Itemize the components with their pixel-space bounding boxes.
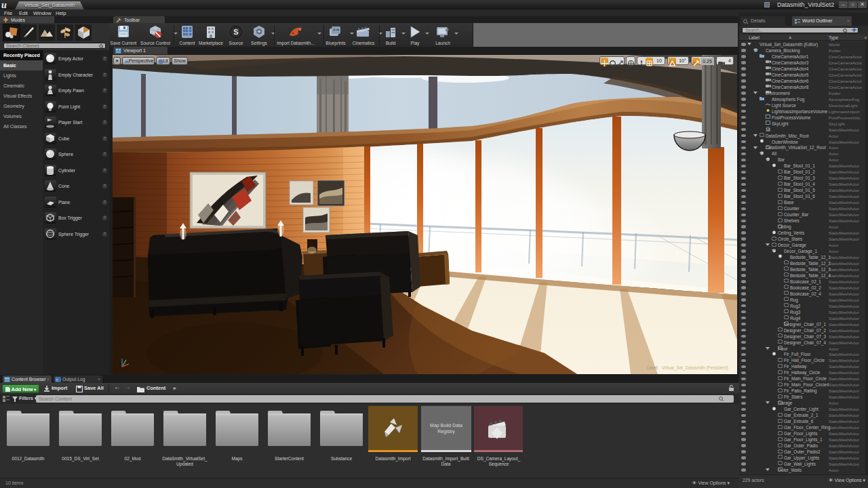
- svg-text:Virtual_Set_Datasmith (Persist: Virtual_Set_Datasmith (Persistent): [662, 365, 728, 371]
- svg-text:S: S: [233, 28, 238, 36]
- svg-text:Level:: Level:: [647, 365, 658, 370]
